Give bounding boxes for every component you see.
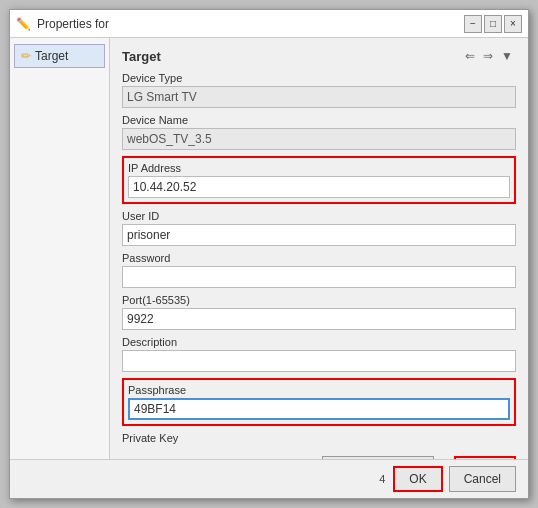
nav-dropdown[interactable]: ▼: [498, 48, 516, 64]
description-label: Description: [122, 336, 516, 348]
device-name-group: Device Name: [122, 114, 516, 150]
title-bar-buttons: − □ ×: [464, 15, 522, 33]
window-body: ✏ Target Target ⇐ ⇒ ▼ Device Type: [10, 38, 528, 459]
passphrase-label: Passphrase: [128, 384, 510, 396]
device-type-group: Device Type: [122, 72, 516, 108]
target-icon: ✏: [21, 49, 31, 63]
description-input[interactable]: [122, 350, 516, 372]
window-footer: 4 OK Cancel: [10, 459, 528, 498]
properties-window: ✏️ Properties for − □ × ✏ Target Target …: [9, 9, 529, 499]
port-group: Port(1-65535): [122, 294, 516, 330]
port-label: Port(1-65535): [122, 294, 516, 306]
private-key-group: Private Key: [122, 432, 516, 444]
cancel-button[interactable]: Cancel: [449, 466, 516, 492]
forward-arrow[interactable]: ⇒: [480, 48, 496, 64]
password-group: Password: [122, 252, 516, 288]
sidebar: ✏ Target: [10, 38, 110, 459]
sidebar-item-label: Target: [35, 49, 68, 63]
title-bar: ✏️ Properties for − □ ×: [10, 10, 528, 38]
port-input[interactable]: [122, 308, 516, 330]
ip-address-label: IP Address: [128, 162, 510, 174]
bottom-buttons-row: Restore Defaults 3 Apply: [122, 450, 516, 459]
back-arrow[interactable]: ⇐: [462, 48, 478, 64]
user-id-group: User ID: [122, 210, 516, 246]
password-input[interactable]: [122, 266, 516, 288]
close-button[interactable]: ×: [504, 15, 522, 33]
passphrase-annotation-wrapper: 2 Passphrase: [122, 378, 516, 432]
sidebar-item-target[interactable]: ✏ Target: [14, 44, 105, 68]
password-label: Password: [122, 252, 516, 264]
ip-address-annotation-box: IP Address: [122, 156, 516, 204]
window-icon: ✏️: [16, 17, 31, 31]
device-type-label: Device Type: [122, 72, 516, 84]
maximize-button[interactable]: □: [484, 15, 502, 33]
title-bar-left: ✏️ Properties for: [16, 17, 109, 31]
window-title: Properties for: [37, 17, 109, 31]
ip-annotation-wrapper: 1 IP Address: [122, 156, 516, 210]
device-name-input: [122, 128, 516, 150]
user-id-label: User ID: [122, 210, 516, 222]
main-content: Target ⇐ ⇒ ▼ Device Type Device Name 1: [110, 38, 528, 459]
ok-button[interactable]: OK: [393, 466, 442, 492]
section-title: Target: [122, 49, 161, 64]
passphrase-annotation-box: Passphrase: [122, 378, 516, 426]
section-header: Target ⇐ ⇒ ▼: [122, 48, 516, 64]
description-group: Description: [122, 336, 516, 372]
user-id-input[interactable]: [122, 224, 516, 246]
private-key-label: Private Key: [122, 432, 516, 444]
minimize-button[interactable]: −: [464, 15, 482, 33]
ip-address-input[interactable]: [128, 176, 510, 198]
annotation-4-label: 4: [379, 473, 385, 485]
nav-arrows: ⇐ ⇒ ▼: [462, 48, 516, 64]
device-name-label: Device Name: [122, 114, 516, 126]
device-type-input: [122, 86, 516, 108]
passphrase-input[interactable]: [128, 398, 510, 420]
